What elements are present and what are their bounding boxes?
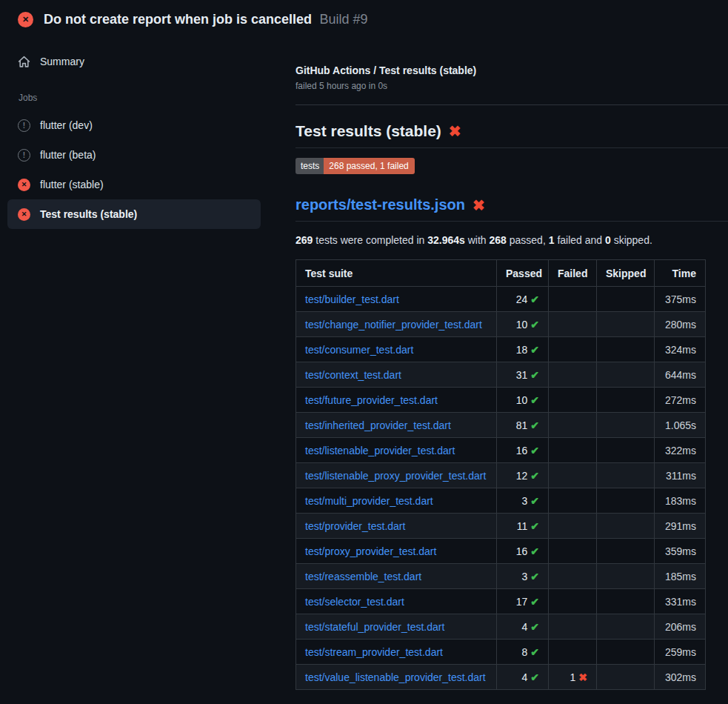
cell-failed (549, 488, 597, 514)
cell-skipped (597, 438, 655, 463)
test-suite-link[interactable]: test/selector_test.dart (305, 596, 404, 608)
cell-time: 1.065s (655, 413, 706, 438)
check-icon: ✔ (530, 621, 539, 633)
cell-passed: 12✔ (497, 463, 549, 488)
table-row: test/context_test.dart31✔644ms (296, 362, 706, 388)
jobs-list: !flutter (dev)!flutter (beta)✕flutter (s… (7, 110, 261, 229)
test-results-table: Test suitePassedFailedSkippedTime test/b… (295, 259, 706, 690)
test-suite-link[interactable]: test/stream_provider_test.dart (305, 646, 443, 658)
cell-failed (549, 589, 597, 614)
passed-count: 17 (516, 596, 528, 608)
failed-status-icon: ✕ (18, 12, 33, 27)
passed-count: 81 (516, 419, 528, 431)
cell-time: 322ms (655, 438, 706, 463)
report-file-link[interactable]: reports/test-results.json (295, 196, 465, 213)
cell-passed: 24✔ (497, 287, 549, 312)
test-suite-link[interactable]: test/provider_test.dart (305, 520, 405, 532)
home-icon (18, 56, 30, 68)
check-icon: ✔ (530, 319, 539, 331)
failed-status-icon: ✕ (18, 208, 30, 221)
test-suite-link[interactable]: test/future_provider_test.dart (305, 394, 438, 406)
sidebar-job-label: flutter (dev) (40, 119, 93, 131)
cell-suite: test/value_listenable_provider_test.dart (296, 665, 497, 690)
failed-status-icon: ✕ (18, 179, 30, 191)
table-row: test/value_listenable_provider_test.dart… (296, 665, 706, 690)
cell-time: 259ms (655, 640, 706, 665)
cell-suite: test/selector_test.dart (296, 589, 497, 614)
cell-passed: 16✔ (497, 438, 549, 463)
build-number: Build #9 (320, 12, 368, 27)
sidebar-summary-label: Summary (40, 56, 84, 67)
cell-failed (549, 640, 597, 665)
test-suite-link[interactable]: test/multi_provider_test.dart (305, 495, 433, 507)
test-suite-link[interactable]: test/proxy_provider_test.dart (305, 545, 436, 557)
passed-count: 8 (521, 646, 527, 658)
cell-failed (549, 564, 597, 589)
check-icon: ✔ (530, 520, 539, 532)
sidebar-job-label: flutter (beta) (40, 149, 96, 161)
sidebar-item-job[interactable]: !flutter (dev) (7, 110, 261, 140)
test-suite-link[interactable]: test/builder_test.dart (305, 293, 399, 305)
check-icon: ✔ (530, 344, 539, 356)
passed-count: 10 (516, 319, 528, 331)
test-suite-link[interactable]: test/change_notifier_provider_test.dart (305, 319, 482, 331)
cell-time: 185ms (655, 564, 706, 589)
test-suite-link[interactable]: test/listenable_proxy_provider_test.dart (305, 470, 486, 482)
check-icon: ✔ (530, 545, 539, 557)
cell-skipped (597, 589, 655, 614)
cancelled-status-icon: ! (18, 119, 30, 132)
table-row: test/inherited_provider_test.dart81✔1.06… (296, 413, 706, 438)
passed-count: 268 (490, 234, 507, 246)
failed-x-icon: ✖ (449, 124, 461, 139)
skipped-count: 0 (605, 234, 611, 246)
cell-skipped (597, 337, 655, 362)
table-row: test/stream_provider_test.dart8✔259ms (296, 640, 706, 665)
passed-count: 12 (516, 470, 528, 482)
cell-skipped (597, 640, 655, 665)
column-header: Failed (549, 260, 597, 287)
cell-skipped (597, 539, 655, 564)
cell-suite: test/future_provider_test.dart (296, 388, 497, 413)
cell-skipped (597, 614, 655, 640)
main-content: GitHub Actions / Test results (stable) f… (261, 36, 728, 690)
cell-passed: 10✔ (497, 312, 549, 337)
test-suite-link[interactable]: test/stateful_provider_test.dart (305, 621, 444, 633)
cell-failed (549, 539, 597, 564)
summary-line: 269 tests were completed in 32.964s with… (295, 234, 728, 246)
cancelled-status-icon: ! (18, 149, 30, 162)
cell-suite: test/provider_test.dart (296, 514, 497, 539)
cell-failed (549, 463, 597, 488)
table-row: test/change_notifier_provider_test.dart1… (296, 312, 706, 337)
test-suite-link[interactable]: test/listenable_provider_test.dart (305, 445, 455, 456)
total-count: 269 (295, 234, 313, 246)
summary-text: passed, (507, 234, 549, 246)
tests-badge: tests 268 passed, 1 failed (295, 158, 415, 174)
failed-count: 1 (549, 234, 555, 246)
cell-passed: 31✔ (497, 362, 549, 388)
cell-time: 644ms (655, 362, 706, 388)
sidebar-item-job[interactable]: ✕flutter (stable) (7, 170, 261, 199)
sidebar-item-job[interactable]: !flutter (beta) (7, 140, 261, 170)
sidebar-item-summary[interactable]: Summary (7, 47, 261, 76)
test-suite-link[interactable]: test/value_listenable_provider_test.dart (305, 671, 486, 683)
x-icon: ✖ (578, 671, 587, 683)
column-header: Time (655, 260, 706, 287)
build-title: Do not create report when job is cancell… (44, 12, 368, 27)
page-layout: Summary Jobs !flutter (dev)!flutter (bet… (0, 36, 728, 690)
cell-passed: 4✔ (497, 614, 549, 640)
cell-failed (549, 514, 597, 539)
passed-count: 3 (521, 495, 527, 507)
sidebar: Summary Jobs !flutter (dev)!flutter (bet… (7, 36, 261, 229)
passed-count: 10 (516, 394, 528, 406)
sidebar-item-job[interactable]: ✕Test results (stable) (7, 199, 261, 229)
failed-x-icon: ✖ (472, 198, 485, 213)
cell-skipped (597, 388, 655, 413)
cell-passed: 3✔ (497, 564, 549, 589)
cell-skipped (597, 312, 655, 337)
cell-passed: 81✔ (497, 413, 549, 438)
test-suite-link[interactable]: test/context_test.dart (305, 369, 401, 381)
test-suite-link[interactable]: test/consumer_test.dart (305, 344, 413, 356)
cell-suite: test/stateful_provider_test.dart (296, 614, 497, 640)
test-suite-link[interactable]: test/reassemble_test.dart (305, 571, 421, 582)
test-suite-link[interactable]: test/inherited_provider_test.dart (305, 419, 451, 431)
